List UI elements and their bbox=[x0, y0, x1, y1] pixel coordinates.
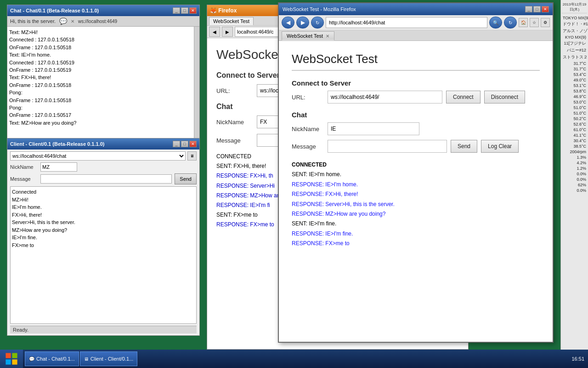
ov-forward-btn[interactable]: ▶ bbox=[296, 17, 309, 29]
temp-item: 52.6°C bbox=[562, 121, 587, 127]
ov-disconnect-btn[interactable]: Disconnect bbox=[484, 91, 525, 104]
maximize-btn[interactable]: □ bbox=[181, 7, 188, 14]
client-titlebar: Client - Client/0.1 (Beta-Release 0.1.1.… bbox=[7, 138, 199, 150]
message-input[interactable] bbox=[40, 174, 172, 184]
ov-nick-input[interactable] bbox=[328, 122, 419, 135]
chat-log: Text: MZ>Hi!Connected : 127.0.0.1:50518O… bbox=[7, 27, 194, 142]
temp-item: 0.0% bbox=[562, 171, 587, 177]
ov-home-btn[interactable]: 🏠 bbox=[519, 18, 528, 27]
ov-back-btn[interactable]: ◀ bbox=[282, 17, 294, 29]
ov-star-btn[interactable]: ☆ bbox=[530, 18, 539, 27]
chat-scrollbar[interactable] bbox=[194, 27, 199, 142]
ov-title: WebSocket Test - Mozilla Firefox bbox=[283, 6, 356, 12]
ov-log: CONNECTEDSENT: IE>I'm home.RESPONSE: IE>… bbox=[292, 160, 540, 248]
svg-rect-2 bbox=[6, 359, 11, 364]
ov-search-btn[interactable]: 🔍 bbox=[489, 17, 502, 29]
client-content: ws://localhost:4649/chat 🖥 NickName Mess… bbox=[7, 150, 199, 335]
temp-item: 61.0°C bbox=[562, 127, 587, 132]
ov-tab-close[interactable]: ✕ bbox=[326, 34, 329, 39]
ov-url-input[interactable] bbox=[328, 91, 442, 104]
chat-close-icon: ✕ bbox=[71, 19, 74, 24]
monitor-icon-btn[interactable]: 🖥 bbox=[187, 151, 197, 161]
temp-item: 62% bbox=[562, 182, 587, 188]
ov-msg-input[interactable] bbox=[328, 140, 447, 153]
ov-controls: _ □ ✕ bbox=[525, 6, 549, 12]
ov-tabs: WebSocket Test ✕ bbox=[279, 30, 553, 41]
taskbar: 💬 Chat - Chat/0.1... 🖥 Client - Client/0… bbox=[0, 350, 588, 368]
ov-close[interactable]: ✕ bbox=[542, 6, 549, 12]
nickname-label: NickName bbox=[10, 164, 38, 170]
ov-content: WebSocket Test Connect to Server URL: Co… bbox=[279, 41, 553, 342]
ff-tab-label: WebSocket Test bbox=[213, 18, 249, 24]
ff-url-label: URL: bbox=[216, 87, 253, 94]
ws-overlay-window: WebSocket Test - Mozilla Firefox _ □ ✕ ◀… bbox=[278, 2, 554, 343]
temp-item: 30.4°C bbox=[562, 138, 587, 144]
ov-gear-btn[interactable]: ⚙ bbox=[541, 18, 550, 27]
client-minimize-btn[interactable]: _ bbox=[173, 141, 180, 147]
temp-item: 50.2°C bbox=[562, 116, 587, 121]
ov-log-clear-btn[interactable]: Log Clear bbox=[481, 140, 519, 153]
temp-item: 11[フジテレ bbox=[562, 40, 587, 47]
ov-msg-form-row: Message Send Log Clear bbox=[292, 140, 540, 153]
ov-chat-title: Chat bbox=[292, 111, 540, 119]
chat-url: ws://localhost:4649 bbox=[78, 19, 197, 24]
taskbar-item-0[interactable]: 💬 Chat - Chat/0.1... bbox=[25, 351, 79, 366]
client-close-btn[interactable]: ✕ bbox=[189, 141, 197, 147]
svg-rect-0 bbox=[6, 353, 11, 358]
svg-rect-3 bbox=[12, 359, 17, 364]
temp-item: 41.1°C bbox=[562, 132, 587, 138]
taskbar-label-0: Chat - Chat/0.1... bbox=[36, 356, 75, 362]
temp-item: 31.7°C bbox=[562, 61, 587, 66]
temp-item: 53.8°C bbox=[562, 88, 587, 94]
ov-url-bar[interactable] bbox=[326, 17, 487, 28]
ov-titlebar: WebSocket Test - Mozilla Firefox _ □ ✕ bbox=[279, 3, 553, 15]
ff-back-btn[interactable]: ◀ bbox=[209, 27, 220, 37]
temp-item: 2004rpm bbox=[562, 149, 587, 155]
ov-reload-btn[interactable]: ↻ bbox=[311, 17, 324, 29]
chat-header: Hi, this is the server. 💬 ✕ ws://localho… bbox=[7, 16, 199, 27]
temp-item: アルス・ノゾ bbox=[562, 28, 587, 34]
temp-item: 0.0% bbox=[562, 188, 587, 193]
chat-scroll-area: Text: MZ>Hi!Connected : 127.0.0.1:50518O… bbox=[7, 27, 199, 142]
ov-minimize[interactable]: _ bbox=[525, 6, 532, 12]
minimize-btn[interactable]: _ bbox=[173, 7, 180, 14]
start-button[interactable] bbox=[0, 350, 23, 368]
temp-item: ストラトス２ bbox=[562, 54, 587, 61]
nickname-input[interactable] bbox=[40, 162, 77, 172]
ov-connect-btn[interactable]: Connect bbox=[446, 91, 481, 104]
temp-item: 53.0°C bbox=[562, 99, 587, 105]
temp-item: 46.9°C bbox=[562, 94, 587, 99]
temp-item: 4.2% bbox=[562, 160, 587, 166]
close-btn[interactable]: ✕ bbox=[189, 7, 197, 14]
temp-item: TOKYO MX(9) bbox=[562, 15, 587, 21]
ov-tab-label: WebSocket Test bbox=[287, 33, 323, 39]
client-title: Client - Client/0.1 (Beta-Release 0.1.1.… bbox=[10, 141, 104, 147]
client-maximize-btn[interactable]: □ bbox=[181, 141, 188, 147]
taskbar-item-1[interactable]: 🖥 Client - Client/0.1... bbox=[80, 351, 138, 366]
ff-tab-websocket[interactable]: WebSocket Test bbox=[209, 17, 254, 25]
ov-url-label: URL: bbox=[292, 94, 324, 101]
ov-refresh-btn[interactable]: ↻ bbox=[504, 17, 517, 29]
chat-controls: _ □ ✕ bbox=[173, 7, 197, 14]
ov-url-form-row: URL: Connect Disconnect bbox=[292, 91, 540, 104]
ov-maximize[interactable]: □ bbox=[533, 6, 541, 12]
temp-item: 49.0°C bbox=[562, 77, 587, 83]
taskbar-items: 💬 Chat - Chat/0.1... 🖥 Client - Client/0… bbox=[23, 351, 568, 366]
message-label: Message bbox=[10, 176, 38, 182]
ov-send-btn[interactable]: Send bbox=[451, 140, 477, 153]
client-window: Client - Client/0.1 (Beta-Release 0.1.1.… bbox=[7, 138, 200, 336]
temp-item: 1.3% bbox=[562, 155, 587, 160]
temp-item: 31.7°C bbox=[562, 66, 587, 72]
ov-nick-label: NickName bbox=[292, 126, 324, 132]
temp-item: 0.0% bbox=[562, 177, 587, 182]
temp-item: 53.4°C bbox=[562, 72, 587, 77]
temp-item: 53.1°C bbox=[562, 83, 587, 88]
ff-forward-btn[interactable]: ▶ bbox=[222, 27, 233, 37]
ov-tab[interactable]: WebSocket Test ✕ bbox=[282, 31, 334, 40]
url-select[interactable]: ws://localhost:4649/chat bbox=[10, 151, 186, 161]
send-button[interactable]: Send bbox=[175, 173, 197, 184]
svg-rect-1 bbox=[12, 353, 17, 358]
chat-title: Chat - Chat/0.1 (Beta-Release 0.1.1.0) bbox=[10, 8, 99, 13]
ff-msg-label: Message bbox=[216, 137, 253, 144]
chat-icon: 💬 bbox=[59, 17, 67, 25]
